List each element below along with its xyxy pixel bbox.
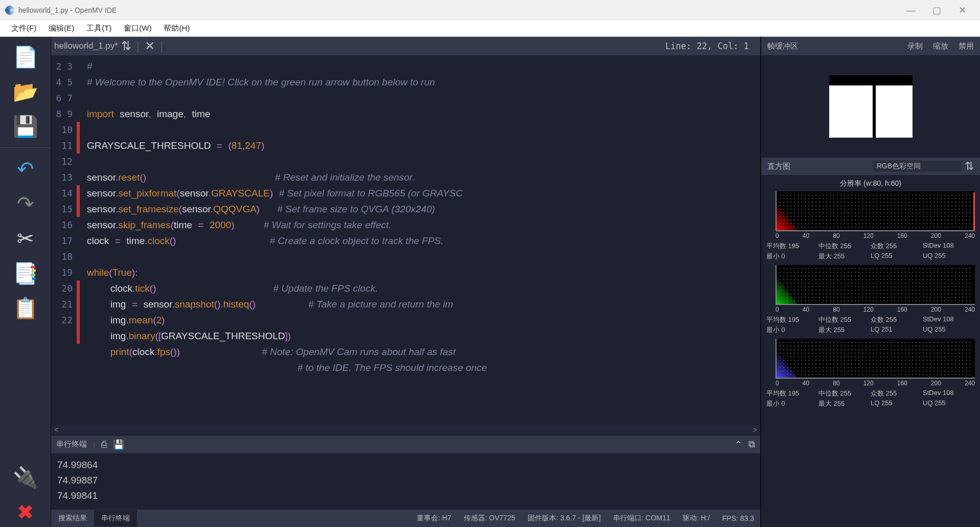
tab-switch-icon[interactable]: ⇅	[121, 39, 131, 53]
histogram-title: 直方图	[767, 162, 790, 171]
change-marks	[77, 55, 82, 425]
maximize-button[interactable]: ▢	[924, 0, 949, 20]
center-area: helloworld_1.py* ⇅ | ✕ | Line: 22, Col: …	[51, 37, 760, 527]
framebuffer-image	[829, 75, 913, 138]
undo-button[interactable]: ↶	[10, 154, 41, 184]
cut-button[interactable]: ✂	[10, 224, 41, 253]
copy-button[interactable]: 📑	[10, 258, 41, 288]
status-drive: 驱动: H:/	[676, 514, 716, 523]
app-logo-icon	[5, 6, 14, 15]
tab-filename[interactable]: helloworld_1.py*	[54, 41, 118, 51]
stat-g-uq: UQ 255	[923, 325, 975, 335]
menu-help[interactable]: 帮助(H)	[157, 21, 196, 35]
stat-r-lq: LQ 255	[871, 252, 923, 261]
status-board: 董事会: H7	[411, 514, 458, 523]
code-area[interactable]: # # Welcome to the OpenMV IDE! Click on …	[82, 55, 760, 425]
stat-g-mean: 平均数 195	[766, 315, 818, 324]
colorspace-select[interactable]: RGB色彩空间	[873, 161, 962, 172]
framebuffer-view[interactable]	[761, 55, 980, 158]
stat-r-mean: 平均数 195	[766, 241, 818, 251]
cursor-position: Line: 22, Col: 1	[665, 41, 749, 51]
stat-r-median: 中位数 255	[818, 241, 871, 251]
histogram-plot-r	[776, 191, 975, 231]
tab-serial-terminal[interactable]: 串行终端	[94, 510, 137, 526]
tab-close-icon[interactable]: ✕	[145, 39, 155, 53]
status-sensor: 传感器: OV7725	[458, 514, 521, 523]
open-file-button[interactable]: 📂	[10, 77, 41, 106]
right-panel: 帧缓冲区 录制 缩放 禁用 直方图 RGB色彩空间 ⇅ 分辨率 (w:80, h…	[760, 37, 980, 527]
framebuffer-header: 帧缓冲区 录制 缩放 禁用	[761, 37, 980, 55]
status-fps: FPS: 83.3	[716, 514, 760, 522]
stat-r-min: 最小 0	[766, 252, 818, 261]
stat-b-uq: UQ 255	[923, 399, 975, 408]
save-file-button[interactable]: 💾	[10, 112, 41, 141]
stat-r-max: 最大 255	[818, 252, 871, 261]
stat-g-lq: LQ 251	[871, 325, 923, 335]
stat-b-min: 最小 0	[766, 399, 818, 408]
stat-g-mode: 众数 255	[871, 315, 923, 324]
framebuffer-title: 帧缓冲区	[767, 41, 798, 51]
tab-search-results[interactable]: 搜索结果	[51, 510, 94, 526]
code-editor[interactable]: 2 3 4 5 6 7 8 9 10 11 12 13 14 15 16 17 …	[51, 55, 760, 425]
left-toolbar: 📄 📂 💾 ↶ ↷ ✂ 📑 📋 🔌 ✖	[0, 37, 51, 527]
histogram-resolution: 分辨率 (w:80, h:60)	[766, 179, 975, 188]
terminal-title: 串行终端	[56, 440, 87, 449]
fb-record-button[interactable]: 录制	[907, 41, 923, 51]
histogram-plot-b	[776, 339, 975, 379]
close-window-button[interactable]: ✕	[949, 0, 975, 20]
status-port: 串行端口: COM11	[607, 514, 676, 523]
menu-file[interactable]: 文件(F)	[5, 21, 42, 35]
stat-g-min: 最小 0	[766, 325, 818, 335]
stat-b-max: 最大 255	[818, 399, 871, 408]
terminal-clear-icon[interactable]: ⎙	[101, 439, 107, 450]
fb-disable-button[interactable]: 禁用	[959, 41, 974, 51]
menu-bar: 文件(F) 编辑(E) 工具(T) 窗口(W) 帮助(H)	[0, 20, 980, 37]
stat-b-median: 中位数 255	[818, 389, 871, 398]
line-gutter: 2 3 4 5 6 7 8 9 10 11 12 13 14 15 16 17 …	[51, 55, 77, 425]
stat-g-median: 中位数 255	[818, 315, 871, 324]
menu-window[interactable]: 窗口(W)	[118, 21, 157, 35]
stat-b-stdev: StDev 108	[923, 389, 975, 398]
stat-b-lq: LQ 255	[871, 399, 923, 408]
stat-r-uq: UQ 255	[923, 252, 975, 261]
stat-r-mode: 众数 255	[871, 241, 923, 251]
bottom-tab-bar: 搜索结果 串行终端 董事会: H7 传感器: OV7725 固件版本: 3.6.…	[51, 510, 760, 527]
redo-button[interactable]: ↷	[10, 189, 41, 218]
status-firmware: 固件版本: 3.6.7 - [最新]	[521, 514, 607, 523]
fb-zoom-button[interactable]: 缩放	[933, 41, 948, 51]
histogram-plot-g	[776, 265, 975, 305]
serial-terminal[interactable]: 74.99864 74.99887 74.99841	[51, 453, 760, 510]
terminal-line: 74.99841	[57, 488, 754, 503]
window-titlebar: helloworld_1.py - OpenMV IDE — ▢ ✕	[0, 0, 980, 20]
minimize-button[interactable]: —	[898, 0, 924, 20]
histogram-header: 直方图 RGB色彩空间 ⇅	[761, 158, 980, 175]
stat-b-mean: 平均数 195	[766, 389, 818, 398]
histogram-channel-b: 04080120160200240 平均数 195 中位数 255 众数 255…	[766, 339, 975, 408]
stat-g-stdev: StDev 108	[923, 315, 975, 324]
menu-tools[interactable]: 工具(T)	[80, 21, 118, 35]
colorspace-dropdown-icon[interactable]: ⇅	[965, 160, 974, 173]
histogram-channel-r: 04080120160200240 平均数 195 中位数 255 众数 255…	[766, 191, 975, 261]
terminal-popout-icon[interactable]: ⧉	[748, 439, 755, 450]
stat-r-stdev: StDev 108	[923, 241, 975, 251]
stop-button[interactable]: ✖	[10, 497, 41, 527]
histogram-body: 分辨率 (w:80, h:60) 04080120160200240 平均数 1…	[761, 175, 980, 527]
editor-tab-bar: helloworld_1.py* ⇅ | ✕ | Line: 22, Col: …	[51, 37, 760, 55]
editor-hscroll[interactable]: <>	[51, 425, 760, 435]
paste-button[interactable]: 📋	[10, 293, 41, 323]
menu-edit[interactable]: 编辑(E)	[42, 21, 80, 35]
stat-b-mode: 众数 255	[871, 389, 923, 398]
terminal-line: 74.99887	[57, 473, 754, 488]
terminal-save-icon[interactable]: 💾	[113, 439, 124, 450]
histogram-channel-g: 04080120160200240 平均数 195 中位数 255 众数 255…	[766, 265, 975, 335]
terminal-line: 74.99864	[57, 457, 754, 473]
stat-g-max: 最大 255	[818, 325, 871, 335]
terminal-collapse-icon[interactable]: ⌃	[735, 439, 742, 450]
window-title: helloworld_1.py - OpenMV IDE	[18, 6, 117, 14]
terminal-header: 串行终端 | ⎙ 💾 ⌃ ⧉	[51, 435, 760, 453]
connect-button[interactable]: 🔌	[10, 463, 41, 492]
new-file-button[interactable]: 📄	[10, 42, 41, 72]
